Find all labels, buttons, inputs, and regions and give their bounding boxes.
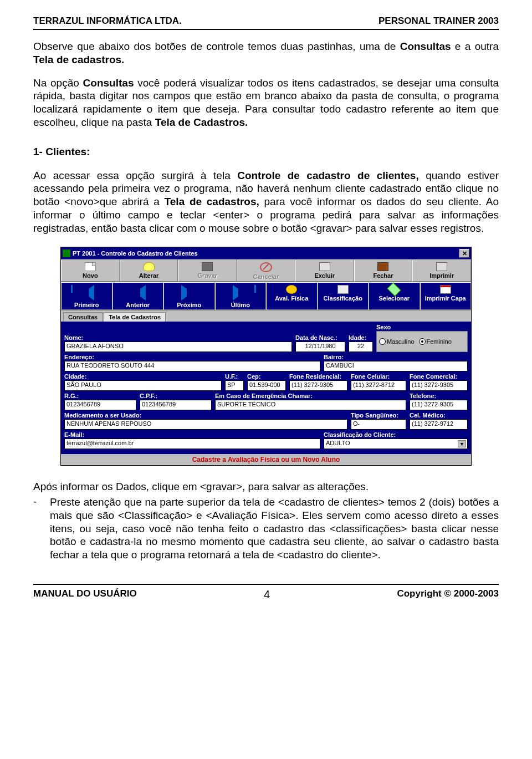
label-cep: Cep: <box>247 373 286 380</box>
bullet-row: - Preste atenção que na parte superior d… <box>33 496 499 562</box>
last-icon <box>233 285 248 300</box>
paragraph-3: Ao acessar essa opção surgirá à tela Con… <box>33 169 499 235</box>
input-cidade[interactable]: SÃO PAULO <box>64 380 222 391</box>
titlebar: PT 2001 - Controle do Cadastro de Client… <box>61 247 471 259</box>
label-telefone: Telefone: <box>410 393 468 399</box>
footer-page: 4 <box>264 588 270 601</box>
input-uf[interactable]: SP <box>225 380 244 391</box>
app-icon <box>63 249 70 257</box>
footer-left: MANUAL DO USUÁRIO <box>33 588 137 601</box>
tab-cadastros[interactable]: Tela de Cadastros <box>104 312 166 322</box>
label-celmed: Cel. Médico: <box>410 412 468 419</box>
paragraph-4: Após informar os Dados, clique em <grava… <box>33 480 499 493</box>
paragraph-5: Preste atenção que na parte superior da … <box>50 496 499 562</box>
trash-icon <box>319 262 330 271</box>
form-area: Nome:GRAZIELA AFONSO Data de Nasc.:12/11… <box>61 322 471 454</box>
cancelar-button[interactable]: Cancelar <box>237 259 295 282</box>
lightbulb-icon <box>144 262 155 271</box>
select-classif[interactable]: ADULTO <box>324 439 468 449</box>
label-bairro: Bairro: <box>324 354 468 360</box>
next-icon <box>181 285 197 300</box>
gravar-button[interactable]: Gravar <box>178 259 237 282</box>
close-icon[interactable]: ✕ <box>459 249 469 258</box>
label-sexo: Sexo <box>376 324 468 330</box>
label-fonecel: Fone Celular: <box>351 373 406 380</box>
document-icon <box>85 262 96 271</box>
label-uf: U.F.: <box>225 373 244 380</box>
anterior-button[interactable]: Anterior <box>112 282 164 310</box>
input-rg[interactable]: 0123456789 <box>64 400 136 410</box>
input-telefone[interactable]: (11) 3272-9305 <box>410 400 468 410</box>
floppy-icon <box>202 262 213 271</box>
input-bairro[interactable]: CAMBUCI <box>324 361 468 371</box>
header-rule <box>33 29 499 30</box>
tab-strip: Consultas Tela de Cadastros <box>61 310 471 322</box>
primeiro-button[interactable]: Primeiro <box>61 282 112 310</box>
diamond-icon <box>387 283 401 297</box>
window-title: PT 2001 - Controle do Cadastro de Client… <box>73 250 198 257</box>
toolbar-nav: Primeiro Anterior Próximo Último Aval. F… <box>61 282 471 310</box>
tab-consultas[interactable]: Consultas <box>63 312 103 322</box>
input-fonecom[interactable]: (11) 3272-9305 <box>410 380 468 391</box>
input-foneres[interactable]: (11) 3272-9305 <box>289 380 347 391</box>
input-emerg[interactable]: SUPORTE TÉCNICO <box>215 400 406 410</box>
input-fonecel[interactable]: (11) 3272-8712 <box>351 380 406 391</box>
app-window: PT 2001 - Controle do Cadastro de Client… <box>60 247 472 466</box>
first-icon <box>79 285 94 300</box>
label-classif: Classificação do Cliente: <box>324 431 468 438</box>
input-celmed[interactable]: (11) 3272-9712 <box>410 419 468 430</box>
status-bar: Cadastre a Avaliação Física ou um Novo A… <box>61 454 471 465</box>
page-header: TERRAZUL INFORMÁTICA LTDA. PERSONAL TRAI… <box>33 16 499 27</box>
input-datanasc[interactable]: 12/11/1980 <box>295 342 345 352</box>
input-med[interactable]: NENHUM APENAS REPOUSO <box>64 419 347 430</box>
input-endereco[interactable]: RUA TEODORETO SOUTO 444 <box>64 361 320 371</box>
input-nome[interactable]: GRAZIELA AFONSO <box>64 342 292 352</box>
imprimir-button[interactable]: Imprimir <box>412 259 471 282</box>
aval-fisica-button[interactable]: Aval. Física <box>266 282 318 310</box>
person-icon <box>286 285 297 294</box>
label-rg: R.G.: <box>64 393 136 399</box>
section-heading: 1- Clientes: <box>33 146 499 158</box>
label-cpf: C.P.F.: <box>140 393 212 399</box>
excluir-button[interactable]: Excluir <box>295 259 354 282</box>
header-left: TERRAZUL INFORMÁTICA LTDA. <box>33 16 182 27</box>
proximo-button[interactable]: Próximo <box>163 282 215 310</box>
printer-icon <box>436 262 447 271</box>
label-nome: Nome: <box>64 334 292 341</box>
input-email[interactable]: terrazul@terrazul.com.br <box>64 439 320 449</box>
door-icon <box>377 262 388 271</box>
classificacao-button[interactable]: Classificação <box>318 282 369 310</box>
paragraph-1: Observe que abaixo dos botões de control… <box>33 40 499 67</box>
clipboard-icon <box>337 285 349 294</box>
selecionar-button[interactable]: Selecionar <box>369 282 420 310</box>
novo-button[interactable]: Novo <box>61 259 120 282</box>
input-cpf[interactable]: 0123456789 <box>140 400 212 410</box>
ultimo-button[interactable]: Último <box>215 282 267 310</box>
label-endereco: Endereço: <box>64 354 320 360</box>
label-datanasc: Data de Nasc.: <box>295 334 345 341</box>
bullet-marker: - <box>33 496 50 562</box>
fechar-button[interactable]: Fechar <box>354 259 413 282</box>
input-idade[interactable]: 22 <box>349 342 373 352</box>
cancel-icon <box>260 262 272 272</box>
alterar-button[interactable]: Alterar <box>120 259 178 282</box>
page-footer: MANUAL DO USUÁRIO 4 Copyright © 2000-200… <box>33 584 499 601</box>
radio-masculino[interactable]: Masculino <box>379 338 415 345</box>
label-idade: Idade: <box>349 334 373 341</box>
footer-right: Copyright © 2000-2003 <box>397 588 499 601</box>
toolbar-main: Novo Alterar Gravar Cancelar Excluir Fec… <box>61 259 471 282</box>
input-cep[interactable]: 01.539-000 <box>247 380 286 391</box>
label-emerg: Em Caso de Emergência Chamar: <box>215 393 406 399</box>
label-tipos: Tipo Sangüíneo: <box>351 412 406 419</box>
label-med: Medicamento a ser Usado: <box>64 412 347 419</box>
label-cidade: Cidade: <box>64 373 222 380</box>
paragraph-2: Na opção Consultas você poderá visualiza… <box>33 77 499 129</box>
radio-feminino[interactable]: Feminino <box>419 338 452 345</box>
header-right: PERSONAL TRAINER 2003 <box>378 16 499 27</box>
input-tiposang[interactable]: O- <box>351 419 406 430</box>
label-fonecom: Fone Comercial: <box>410 373 468 380</box>
imprimir-capa-button[interactable]: Imprimir Capa <box>420 282 472 310</box>
calendar-icon <box>440 285 451 294</box>
prev-icon <box>130 285 146 300</box>
sexo-group: Masculino Feminino <box>376 331 468 352</box>
